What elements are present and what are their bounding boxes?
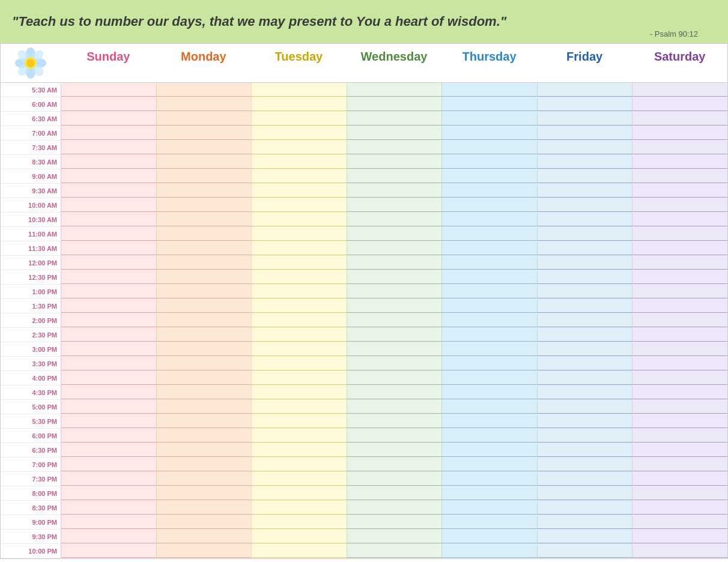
- day-cell[interactable]: [156, 486, 252, 500]
- day-cell[interactable]: [156, 530, 252, 543]
- day-cell[interactable]: [632, 97, 727, 111]
- day-cell[interactable]: [156, 342, 252, 356]
- day-cell[interactable]: [156, 140, 252, 154]
- day-cell[interactable]: [156, 357, 252, 370]
- day-cell[interactable]: [441, 83, 537, 97]
- day-cell[interactable]: [156, 458, 252, 471]
- day-cell[interactable]: [251, 530, 347, 543]
- day-cell[interactable]: [441, 97, 537, 111]
- day-cell[interactable]: [632, 486, 727, 500]
- day-cell[interactable]: [537, 256, 632, 270]
- day-cell[interactable]: [537, 357, 632, 370]
- day-cell[interactable]: [156, 501, 252, 515]
- day-cell[interactable]: [537, 112, 632, 125]
- day-cell[interactable]: [347, 140, 442, 154]
- day-cell[interactable]: [251, 270, 347, 284]
- day-cell[interactable]: [347, 515, 442, 529]
- day-cell[interactable]: [156, 83, 252, 97]
- day-cell[interactable]: [251, 227, 347, 241]
- day-cell[interactable]: [156, 385, 252, 399]
- day-cell[interactable]: [156, 270, 252, 284]
- day-cell[interactable]: [156, 213, 252, 226]
- day-cell[interactable]: [537, 285, 632, 298]
- day-cell[interactable]: [156, 155, 252, 169]
- day-cell[interactable]: [537, 227, 632, 241]
- day-cell[interactable]: [632, 443, 727, 457]
- day-cell[interactable]: [537, 429, 632, 443]
- day-cell[interactable]: [347, 371, 442, 385]
- day-cell[interactable]: [632, 357, 727, 370]
- day-cell[interactable]: [61, 328, 156, 342]
- day-cell[interactable]: [537, 342, 632, 356]
- day-cell[interactable]: [537, 458, 632, 471]
- day-cell[interactable]: [61, 83, 156, 97]
- day-cell[interactable]: [537, 155, 632, 169]
- day-cell[interactable]: [347, 357, 442, 370]
- day-cell[interactable]: [441, 385, 537, 399]
- day-cell[interactable]: [156, 414, 252, 428]
- day-cell[interactable]: [347, 169, 442, 183]
- day-cell[interactable]: [156, 472, 252, 486]
- day-cell[interactable]: [251, 198, 347, 212]
- day-cell[interactable]: [537, 371, 632, 385]
- day-cell[interactable]: [441, 299, 537, 313]
- day-cell[interactable]: [441, 227, 537, 241]
- day-cell[interactable]: [441, 155, 537, 169]
- day-cell[interactable]: [537, 299, 632, 313]
- day-cell[interactable]: [156, 227, 252, 241]
- day-cell[interactable]: [347, 443, 442, 457]
- day-cell[interactable]: [347, 486, 442, 500]
- day-cell[interactable]: [347, 458, 442, 471]
- day-cell[interactable]: [156, 328, 252, 342]
- day-cell[interactable]: [347, 83, 442, 97]
- day-cell[interactable]: [632, 342, 727, 356]
- day-cell[interactable]: [61, 299, 156, 313]
- day-cell[interactable]: [61, 357, 156, 370]
- day-cell[interactable]: [156, 169, 252, 183]
- day-cell[interactable]: [61, 198, 156, 212]
- day-cell[interactable]: [441, 126, 537, 140]
- day-cell[interactable]: [251, 429, 347, 443]
- day-cell[interactable]: [251, 371, 347, 385]
- day-cell[interactable]: [251, 458, 347, 471]
- day-cell[interactable]: [441, 112, 537, 125]
- day-cell[interactable]: [156, 126, 252, 140]
- day-cell[interactable]: [537, 184, 632, 198]
- day-cell[interactable]: [251, 515, 347, 529]
- day-cell[interactable]: [156, 184, 252, 198]
- day-cell[interactable]: [632, 198, 727, 212]
- day-cell[interactable]: [441, 241, 537, 255]
- day-cell[interactable]: [537, 400, 632, 414]
- day-cell[interactable]: [156, 313, 252, 327]
- day-cell[interactable]: [632, 241, 727, 255]
- day-cell[interactable]: [156, 299, 252, 313]
- day-cell[interactable]: [251, 83, 347, 97]
- day-cell[interactable]: [537, 83, 632, 97]
- day-cell[interactable]: [251, 97, 347, 111]
- day-cell[interactable]: [441, 213, 537, 226]
- day-cell[interactable]: [537, 126, 632, 140]
- day-cell[interactable]: [251, 400, 347, 414]
- day-cell[interactable]: [632, 429, 727, 443]
- day-cell[interactable]: [251, 155, 347, 169]
- day-cell[interactable]: [441, 256, 537, 270]
- day-cell[interactable]: [441, 486, 537, 500]
- day-cell[interactable]: [251, 328, 347, 342]
- day-cell[interactable]: [537, 140, 632, 154]
- day-cell[interactable]: [441, 270, 537, 284]
- day-cell[interactable]: [156, 198, 252, 212]
- day-cell[interactable]: [441, 501, 537, 515]
- day-cell[interactable]: [441, 371, 537, 385]
- day-cell[interactable]: [632, 544, 727, 558]
- day-cell[interactable]: [537, 270, 632, 284]
- day-cell[interactable]: [156, 97, 252, 111]
- day-cell[interactable]: [347, 213, 442, 226]
- day-cell[interactable]: [61, 241, 156, 255]
- day-cell[interactable]: [537, 97, 632, 111]
- day-cell[interactable]: [632, 213, 727, 226]
- day-cell[interactable]: [632, 169, 727, 183]
- day-cell[interactable]: [347, 285, 442, 298]
- day-cell[interactable]: [251, 414, 347, 428]
- day-cell[interactable]: [537, 241, 632, 255]
- day-cell[interactable]: [61, 515, 156, 529]
